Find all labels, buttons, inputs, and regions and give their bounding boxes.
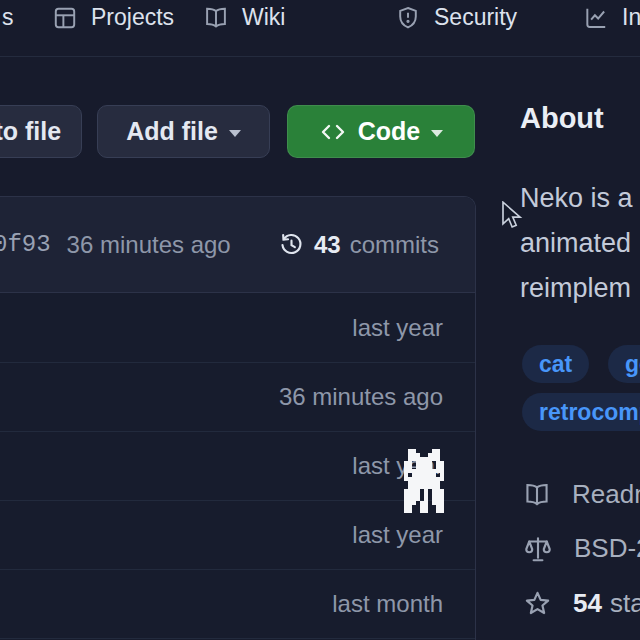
commits-label: commits bbox=[350, 231, 439, 259]
file-table: 0f93 36 minutes ago 43 commits last year… bbox=[0, 196, 476, 640]
tab-security-label: Security bbox=[434, 4, 517, 31]
table-row[interactable]: 36 minutes ago bbox=[0, 362, 475, 431]
latest-commit-bar[interactable]: 0f93 36 minutes ago 43 commits bbox=[0, 197, 475, 293]
row-updated: last month bbox=[332, 590, 443, 618]
row-updated: last year bbox=[352, 521, 443, 549]
nav-divider bbox=[0, 56, 640, 57]
code-label: Code bbox=[358, 117, 421, 146]
star-icon bbox=[523, 589, 552, 618]
commit-time: 36 minutes ago bbox=[67, 231, 231, 259]
about-description-line: Neko is a bbox=[520, 176, 633, 221]
license-link[interactable]: BSD-2 bbox=[523, 533, 640, 564]
topic-label: cat bbox=[539, 351, 572, 378]
topic-tag-cat[interactable]: cat bbox=[522, 345, 589, 383]
add-file-label: Add file bbox=[126, 117, 218, 146]
readme-label: Readme bbox=[572, 479, 640, 510]
topic-tag-retrocomputing[interactable]: retrocomp bbox=[522, 393, 640, 431]
book-icon bbox=[203, 5, 229, 31]
book-icon bbox=[523, 481, 551, 509]
tab-partial[interactable]: s bbox=[2, 4, 14, 31]
tab-security[interactable]: Security bbox=[395, 4, 517, 31]
law-icon bbox=[523, 534, 553, 564]
row-updated: last year bbox=[352, 314, 443, 342]
stars-label: stars bbox=[610, 588, 640, 618]
chevron-down-icon bbox=[229, 130, 241, 137]
code-icon bbox=[319, 120, 347, 144]
add-file-button[interactable]: Add file bbox=[97, 105, 270, 158]
tab-wiki[interactable]: Wiki bbox=[203, 4, 285, 31]
tab-insights[interactable]: Insights bbox=[583, 4, 640, 31]
mouse-cursor bbox=[501, 201, 523, 231]
topic-tag-go[interactable]: go bbox=[608, 345, 640, 383]
about-description-line: animated bbox=[520, 221, 633, 266]
stars-count: 54 bbox=[573, 588, 602, 618]
about-title: About bbox=[520, 102, 604, 135]
graph-icon bbox=[583, 5, 609, 31]
projects-icon bbox=[52, 5, 78, 31]
readme-link[interactable]: Readme bbox=[523, 479, 640, 510]
tab-partial-label: s bbox=[2, 4, 14, 31]
stars-link[interactable]: 54stars bbox=[523, 588, 640, 619]
code-button[interactable]: Code bbox=[287, 105, 475, 158]
history-icon bbox=[278, 231, 305, 258]
tab-projects[interactable]: Projects bbox=[52, 4, 174, 31]
about-description: Neko is a animated reimplem bbox=[520, 176, 633, 311]
table-row[interactable]: last month bbox=[0, 569, 475, 638]
go-to-file-button[interactable]: Go to file bbox=[0, 105, 82, 158]
tab-wiki-label: Wiki bbox=[242, 4, 285, 31]
table-row[interactable]: last year bbox=[0, 293, 475, 362]
topic-label: go bbox=[625, 351, 640, 378]
row-updated: 36 minutes ago bbox=[279, 383, 443, 411]
tab-projects-label: Projects bbox=[91, 4, 174, 31]
commit-hash[interactable]: 0f93 bbox=[0, 231, 51, 258]
commit-history-link[interactable]: 43 commits bbox=[278, 231, 439, 259]
chevron-down-icon bbox=[431, 130, 443, 137]
neko-cat-sprite bbox=[404, 449, 444, 513]
topic-label: retrocomp bbox=[539, 399, 640, 426]
about-description-line: reimplem bbox=[520, 266, 633, 311]
shield-icon bbox=[395, 5, 421, 31]
commits-count: 43 bbox=[314, 231, 341, 259]
tab-insights-label: Insights bbox=[622, 4, 640, 31]
license-label: BSD-2 bbox=[574, 533, 640, 564]
go-to-file-label: Go to file bbox=[0, 117, 61, 146]
